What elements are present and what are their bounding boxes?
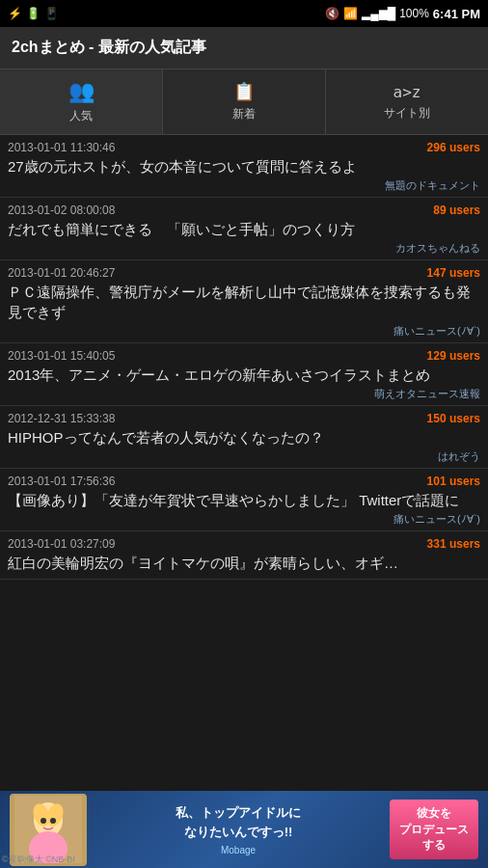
list-item[interactable]: 2013-01-01 11:30:46 296 users 27歳の元ホストが、…	[0, 135, 488, 198]
list-item[interactable]: 2013-01-01 15:40:05 129 users 2013年、アニメ・…	[0, 343, 488, 406]
notification-icon: 📱	[44, 7, 59, 20]
article-users: 147 users	[427, 266, 480, 280]
list-item[interactable]: 2012-12-31 15:33:38 150 users HIPHOPってなん…	[0, 406, 488, 469]
banner-text-content: 私、トップアイドルになりたいんですっ!! Mobage	[87, 803, 390, 855]
article-source: 痛いニュース(ﾉ∀`)	[8, 324, 480, 339]
tab-popular-label: 人気	[69, 108, 93, 124]
article-date: 2012-12-31 15:33:38	[8, 412, 115, 425]
banner-copyright: ©産駒像太 ©NB-BI	[2, 854, 75, 866]
article-users: 129 users	[427, 349, 480, 363]
article-date: 2013-01-01 20:46:27	[8, 266, 115, 280]
article-meta: 2013-01-01 11:30:46 296 users	[8, 141, 480, 154]
article-source: 無題のドキュメント	[8, 178, 480, 193]
article-date: 2013-01-01 03:27:09	[8, 537, 115, 551]
article-users: 296 users	[427, 141, 480, 154]
article-meta: 2012-12-31 15:33:38 150 users	[8, 412, 480, 425]
list-item[interactable]: 2013-01-02 08:00:08 89 users だれでも簡単にできる …	[0, 198, 488, 260]
article-meta: 2013-01-01 20:46:27 147 users	[8, 266, 480, 280]
svg-point-5	[41, 818, 46, 824]
current-time: 6:41 PM	[433, 7, 480, 21]
article-source: 萌えオタニュース速報	[8, 387, 480, 401]
article-title[interactable]: 2013年、アニメ・ゲーム・エロゲの新年あいさつイラストまとめ	[8, 365, 480, 385]
article-title[interactable]: HIPHOPってなんで若者の人気がなくなったの？	[8, 427, 480, 448]
signal-icon: ▂▄▆█	[362, 7, 395, 20]
bysite-icon: a>z	[393, 83, 421, 101]
article-title[interactable]: だれでも簡単にできる 「願いごと手帖」のつくり方	[8, 219, 480, 239]
article-users: 89 users	[433, 203, 480, 217]
article-source: はれぞう	[8, 449, 480, 464]
list-item[interactable]: 2013-01-01 03:27:09 331 users 紅白の美輪明宏の『ヨ…	[0, 531, 488, 580]
wifi-icon: 📶	[343, 7, 358, 20]
article-title[interactable]: 【画像あり】「友達が年賀状で早速やらかしました」 Twitterで話題に	[8, 490, 480, 510]
article-date: 2013-01-01 11:30:46	[8, 141, 115, 154]
article-date: 2013-01-01 15:40:05	[8, 349, 115, 363]
status-bar: ⚡ 🔋 📱 🔇 📶 ▂▄▆█ 100% 6:41 PM	[0, 0, 488, 27]
article-date: 2013-01-02 08:00:08	[8, 203, 115, 217]
status-right: 🔇 📶 ▂▄▆█ 100% 6:41 PM	[325, 7, 480, 21]
battery-percent: 100%	[399, 7, 429, 20]
article-meta: 2013-01-01 17:56:36 101 users	[8, 475, 480, 488]
banner-main-text: 私、トップアイドルになりたいんですっ!!	[95, 803, 382, 841]
tab-popular[interactable]: 👥 人気	[0, 69, 163, 134]
battery-full-icon: 🔋	[26, 7, 41, 20]
article-users: 150 users	[427, 412, 480, 425]
new-icon: 📋	[233, 81, 255, 102]
banner-cta-button[interactable]: 彼女をプロデュースする	[390, 800, 478, 859]
article-title[interactable]: ＰＣ遠隔操作、警視庁がメールを解析し山中で記憶媒体を捜索するも発見できず	[8, 282, 480, 322]
article-source: 痛いニュース(ﾉ∀`)	[8, 512, 480, 527]
article-meta: 2013-01-01 15:40:05 129 users	[8, 349, 480, 363]
tab-bysite-label: サイト別	[384, 105, 430, 122]
title-bar: 2chまとめ - 最新の人気記事	[0, 27, 488, 69]
article-title[interactable]: 紅白の美輪明宏の『ヨイトマケの唄』が素晴らしい、オギ…	[8, 553, 480, 573]
article-meta: 2013-01-01 03:27:09 331 users	[8, 537, 480, 551]
banner-ad[interactable]: 私、トップアイドルになりたいんですっ!! Mobage 彼女をプロデュースする …	[0, 791, 488, 868]
article-title[interactable]: 27歳の元ホストが、女の本音について質問に答えるよ	[8, 156, 480, 176]
article-source: カオスちゃんねる	[8, 241, 480, 256]
tab-bar: 👥 人気 📋 新着 a>z サイト別	[0, 69, 488, 135]
svg-point-6	[50, 818, 56, 824]
article-users: 101 users	[427, 475, 480, 488]
app-title: 2chまとめ - 最新の人気記事	[12, 38, 206, 58]
tab-new-label: 新着	[232, 106, 256, 122]
banner-btn-text: 彼女をプロデュースする	[399, 806, 469, 853]
list-item[interactable]: 2013-01-01 17:56:36 101 users 【画像あり】「友達が…	[0, 469, 488, 531]
status-left: ⚡ 🔋 📱	[8, 7, 59, 20]
popular-icon: 👥	[68, 79, 95, 104]
mute-icon: 🔇	[325, 7, 339, 20]
article-meta: 2013-01-02 08:00:08 89 users	[8, 203, 480, 217]
usb-icon: ⚡	[8, 7, 22, 20]
article-date: 2013-01-01 17:56:36	[8, 475, 115, 488]
banner-service: Mobage	[95, 845, 382, 855]
article-users: 331 users	[427, 537, 480, 551]
tab-new[interactable]: 📋 新着	[163, 69, 326, 134]
list-item[interactable]: 2013-01-01 20:46:27 147 users ＰＣ遠隔操作、警視庁…	[0, 260, 488, 343]
tab-bysite[interactable]: a>z サイト別	[326, 69, 488, 134]
article-list[interactable]: 2013-01-01 11:30:46 296 users 27歳の元ホストが、…	[0, 135, 488, 791]
